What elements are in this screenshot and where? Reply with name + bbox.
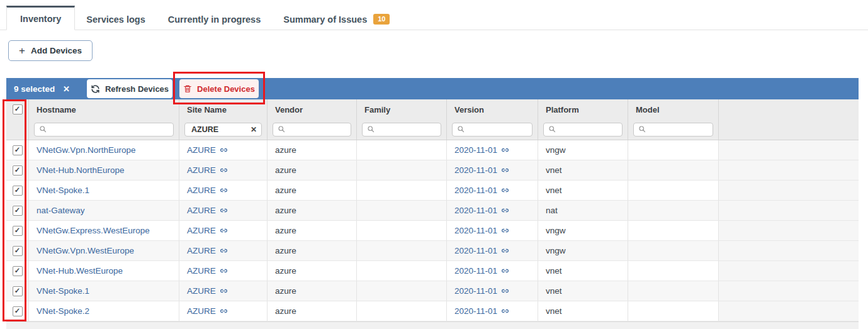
table-row[interactable]: ✓ VNet-Spoke.1 AZURE azure [6,181,859,201]
row-checkbox[interactable]: ✓ [13,165,23,176]
link-icon [501,146,509,154]
family-cell [357,281,447,301]
column-header-vendor[interactable]: Vendor [268,99,357,120]
site-name-link[interactable]: AZURE [187,165,228,175]
plus-icon: + [19,45,25,56]
site-name-link[interactable]: AZURE [187,145,228,155]
version-cell: 2020-11-01 [447,160,538,180]
version-cell: 2020-11-01 [447,221,538,240]
version-filter-input[interactable] [452,123,533,137]
hostname-link[interactable]: VNetGw.Vpn.NorthEurope [37,145,136,155]
filter-cell-family [357,120,447,140]
site-name-link[interactable]: AZURE [187,286,228,296]
link-icon [501,307,509,315]
tab-summary-of-issues[interactable]: Summary of Issues 10 [272,9,401,30]
table-row[interactable]: ✓ VNetGw.Vpn.NorthEurope AZURE [6,140,859,160]
vendor-cell: azure [268,160,357,180]
row-select-cell: ✓ [6,181,29,200]
add-devices-button[interactable]: + Add Devices [8,40,93,61]
hostname-link[interactable]: nat-Gateway [37,206,85,215]
table-row[interactable]: ✓ VNetGw.Vpn.WestEurope AZURE [6,241,859,261]
family-cell [357,181,447,200]
tab-currently-in-progress[interactable]: Currently in progress [157,9,272,30]
platform-filter-input[interactable] [543,123,623,137]
row-checkbox[interactable]: ✓ [13,206,23,216]
family-filter-input[interactable] [362,123,441,137]
table-row[interactable]: ✓ VNet-Spoke.2 AZURE azure [6,301,859,321]
hostname-link[interactable]: VNetGw.Vpn.WestEurope [37,246,134,255]
hostname-link[interactable]: VNet-Hub.NorthEurope [37,165,125,175]
row-checkbox[interactable]: ✓ [13,266,23,276]
platform-cell: vnet [538,281,628,301]
version-link[interactable]: 2020-11-01 [454,206,509,215]
row-checkbox[interactable]: ✓ [13,286,23,296]
link-icon [220,186,228,194]
hostname-filter-input[interactable] [34,123,174,137]
version-link[interactable]: 2020-11-01 [454,145,509,155]
hostname-cell: VNetGw.Vpn.NorthEurope [29,140,179,160]
add-devices-label: Add Devices [31,46,82,55]
version-link[interactable]: 2020-11-01 [454,246,509,255]
refresh-devices-button[interactable]: Refresh Devices [87,79,172,98]
site-name-link[interactable]: AZURE [187,206,228,215]
row-checkbox[interactable]: ✓ [13,145,23,155]
select-all-checkbox[interactable]: ✓ [13,104,23,114]
filler-cell [719,281,859,301]
filter-cell-platform [538,120,628,140]
version-link[interactable]: 2020-11-01 [454,266,509,276]
version-cell: 2020-11-01 [447,140,538,160]
row-checkbox[interactable]: ✓ [13,226,23,236]
table-row[interactable]: ✓ VNetGw.Express.WestEurope AZURE [6,221,859,241]
hostname-link[interactable]: VNetGw.Express.WestEurope [37,226,150,235]
family-cell [357,140,447,160]
family-cell [357,221,447,240]
version-link[interactable]: 2020-11-01 [454,165,509,175]
version-cell: 2020-11-01 [447,281,538,301]
table-row[interactable]: ✓ VNet-Hub.WestEurope AZURE az [6,261,859,281]
platform-cell: vnet [538,301,628,321]
row-checkbox[interactable]: ✓ [13,246,23,256]
table-row[interactable]: ✓ VNet-Hub.NorthEurope AZURE a [6,160,859,181]
column-header-family[interactable]: Family [357,99,447,120]
site-name-link[interactable]: AZURE [187,266,228,276]
version-link[interactable]: 2020-11-01 [454,186,509,195]
site-name-cell: AZURE [179,241,268,260]
model-filter-input[interactable] [633,123,713,137]
version-link[interactable]: 2020-11-01 [454,306,509,316]
row-checkbox[interactable]: ✓ [13,186,23,196]
site-name-link[interactable]: AZURE [187,246,228,255]
hostname-link[interactable]: VNet-Spoke.1 [37,186,89,195]
column-header-site-name[interactable]: Site Name [179,99,268,120]
delete-devices-button[interactable]: Delete Devices [179,79,259,98]
site-name-cell: AZURE [179,181,268,200]
site-name-link[interactable]: AZURE [187,226,228,235]
hostname-link[interactable]: VNet-Hub.WestEurope [37,266,123,276]
column-header-version[interactable]: Version [447,99,538,120]
version-cell: 2020-11-01 [447,261,538,281]
table-row[interactable]: ✓ VNet-Spoke.1 AZURE azure [6,281,859,301]
site-name-cell: AZURE [179,301,268,321]
hostname-link[interactable]: VNet-Spoke.2 [37,306,89,316]
vendor-filter-input[interactable] [273,123,351,137]
column-header-hostname[interactable]: Hostname [29,99,179,120]
tab-inventory[interactable]: Inventory [6,6,75,30]
site-name-link[interactable]: AZURE [187,306,228,316]
tab-label: Inventory [20,14,61,24]
vendor-cell: azure [268,261,357,281]
site-name-link[interactable]: AZURE [187,186,228,195]
version-link[interactable]: 2020-11-01 [454,226,509,235]
clear-filter-icon[interactable]: ✕ [251,125,257,134]
filler-cell [719,221,859,240]
column-header-platform[interactable]: Platform [538,99,628,120]
hostname-link[interactable]: VNet-Spoke.1 [37,286,89,296]
tab-services-logs[interactable]: Services logs [75,9,157,30]
table-row[interactable]: ✓ nat-Gateway AZURE azure [6,201,859,221]
platform-cell: vnet [538,160,628,180]
platform-cell: vngw [538,221,628,240]
column-header-model[interactable]: Model [628,99,719,120]
clear-selection-icon[interactable]: ✕ [63,78,70,99]
version-link[interactable]: 2020-11-01 [454,286,509,296]
row-checkbox[interactable]: ✓ [13,306,23,316]
tab-bar: Inventory Services logs Currently in pro… [0,0,868,30]
link-icon [220,287,228,295]
